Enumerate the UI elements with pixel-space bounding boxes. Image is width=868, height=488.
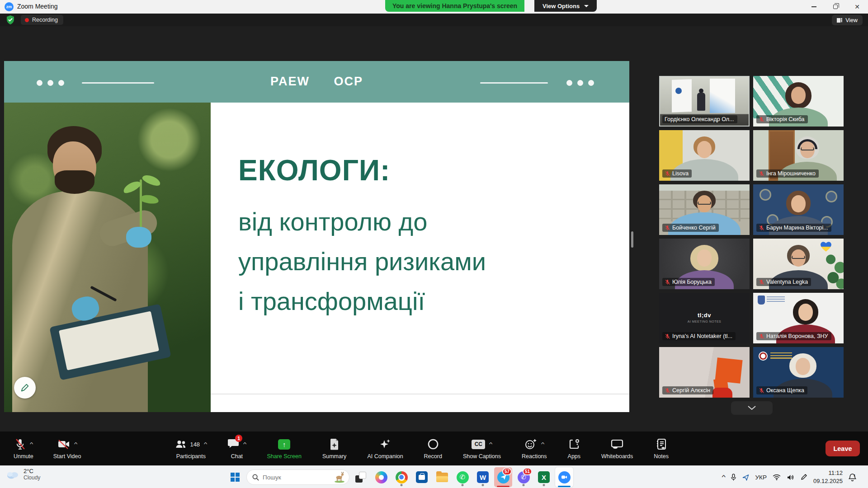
copilot-icon (375, 471, 387, 483)
search-input[interactable] (263, 474, 329, 481)
video-tile[interactable]: Гордієнко Олександр Ол... (659, 76, 750, 127)
chat-button[interactable]: 1 ^ Chat (226, 437, 248, 460)
tray-language[interactable]: УКР (755, 474, 766, 481)
tray-mic-in-use-icon[interactable] (731, 474, 736, 481)
wifi-icon[interactable] (773, 474, 781, 480)
tray-expand-chevron[interactable]: ^ (722, 474, 725, 480)
taskbar-viber[interactable]: ✆ 51 (514, 467, 533, 487)
chat-unread-badge: 1 (235, 435, 242, 442)
notes-label: Notes (654, 453, 669, 460)
slide-subtitle-line: управління ризиками (238, 242, 486, 282)
record-label: Record (424, 453, 442, 460)
scroll-participants-down-button[interactable] (731, 401, 773, 415)
recording-indicator[interactable]: Recording (21, 15, 63, 25)
whiteboards-label: Whiteboards (601, 453, 633, 460)
speaker-icon[interactable] (787, 474, 794, 481)
chat-label: Chat (231, 453, 243, 460)
slide-header-band: PAEW OCP (4, 61, 629, 103)
notification-bell-dnd-icon[interactable]: z (849, 473, 856, 481)
taskbar-telegram[interactable]: 57 (494, 467, 512, 487)
participant-name: Оксана Щепка (766, 387, 804, 394)
video-tile[interactable]: tl;dv AI MEETING NOTES Iryna's AI Noteta… (659, 293, 750, 343)
annotation-pencil-badge[interactable] (14, 377, 36, 399)
participant-name: Інга Мірошниченко (766, 170, 816, 177)
close-button[interactable]: ✕ (846, 0, 868, 14)
share-screen-button[interactable]: ↑ Share Screen (265, 437, 303, 460)
leave-button[interactable]: Leave (826, 441, 860, 456)
restore-icon (833, 5, 838, 9)
participant-name: Valentyna Legka (766, 279, 808, 285)
video-tile[interactable]: Бойченко Сергій (659, 184, 750, 235)
show-captions-button[interactable]: CC ^ Show Captions (461, 437, 503, 460)
taskbar-copilot[interactable] (372, 467, 390, 487)
taskbar-excel[interactable]: X (535, 467, 553, 487)
weather-temp: 2°C (24, 468, 40, 474)
video-tile[interactable]: Lisova (659, 130, 750, 181)
participants-caret[interactable]: ^ (204, 441, 207, 447)
start-video-button[interactable]: ^ Start Video (52, 437, 83, 460)
participant-name-pill: Вікторія Скиба (756, 115, 808, 123)
video-tile[interactable]: Сергій Алєксін (659, 347, 750, 398)
video-tile[interactable]: Наталія Воронова, ЗНУ (753, 293, 844, 343)
reactions-button[interactable]: ^ Reactions (520, 437, 549, 460)
participant-name: Барун Марина Вікторі... (766, 225, 828, 231)
video-tile[interactable]: Оксана Щепка (753, 347, 844, 398)
photo-leaf (139, 194, 159, 205)
unmute-options-caret[interactable]: ^ (30, 441, 33, 447)
video-tile[interactable]: Юлія Боруцька (659, 239, 750, 289)
captions-caret[interactable]: ^ (489, 441, 492, 447)
apps-icon (568, 438, 580, 450)
view-options-label: View Options (542, 3, 580, 9)
panel-resize-handle[interactable] (631, 231, 633, 248)
tray-clock[interactable]: 11:12 09.12.2025 (813, 469, 843, 485)
tray-location-in-use-icon[interactable] (742, 474, 749, 481)
muted-mic-icon (14, 438, 26, 450)
ai-companion-button[interactable]: AI Companion (365, 437, 405, 460)
window-title: Zoom Meeting (17, 3, 57, 10)
start-button[interactable] (226, 467, 244, 487)
notes-button[interactable]: Notes (652, 437, 670, 460)
viber-badge: 51 (523, 468, 532, 475)
gallery-view-button[interactable]: View (832, 15, 863, 25)
photo-leaf (122, 179, 142, 195)
taskbar-zoom[interactable] (555, 467, 573, 487)
slide-title: ЕКОЛОГИ: (238, 154, 390, 187)
share-screen-label: Share Screen (267, 453, 301, 460)
minimize-button[interactable] (803, 0, 825, 14)
meeting-security-shield-icon[interactable] (6, 15, 14, 24)
unmute-button[interactable]: ^ Unmute (12, 437, 35, 460)
record-icon (427, 438, 439, 450)
participant-name-pill: Valentyna Legka (756, 278, 811, 286)
participants-button[interactable]: 148 ^ Participants (173, 437, 208, 460)
participant-name: Сергій Алєксін (672, 387, 710, 394)
slide-subtitle: від контролю до управління ризиками і тр… (238, 202, 486, 321)
taskbar-word[interactable]: W (474, 467, 492, 487)
weather-widget[interactable]: 2°C Cloudy (5, 468, 40, 481)
record-button[interactable]: Record (422, 437, 444, 460)
muted-mic-icon (665, 225, 670, 231)
video-tile[interactable]: Вікторія Скиба (753, 76, 844, 127)
taskbar-chrome[interactable] (392, 467, 410, 487)
muted-mic-icon (759, 388, 764, 394)
task-view-button[interactable] (352, 467, 370, 487)
minimize-icon (811, 6, 816, 7)
chat-caret[interactable]: ^ (243, 441, 246, 447)
taskbar-microsoft-store[interactable] (413, 467, 431, 487)
view-options-button[interactable]: View Options (534, 0, 597, 12)
video-options-caret[interactable]: ^ (74, 441, 77, 447)
apps-button[interactable]: Apps (566, 437, 583, 460)
taskbar-search[interactable] (246, 469, 349, 485)
video-tile[interactable]: Інга Мірошниченко (753, 130, 844, 181)
video-tile[interactable]: Барун Марина Вікторі... (753, 184, 844, 235)
video-tile[interactable]: Valentyna Legka (753, 239, 844, 289)
whiteboards-button[interactable]: Whiteboards (599, 437, 635, 460)
pen-icon[interactable] (800, 474, 807, 481)
reactions-caret[interactable]: ^ (541, 441, 544, 447)
chrome-icon (396, 471, 408, 483)
maximize-button[interactable] (825, 0, 846, 14)
cloud-icon (5, 469, 20, 480)
summary-button[interactable]: Summary (321, 437, 348, 460)
taskbar-file-explorer[interactable] (433, 467, 451, 487)
taskbar-whatsapp[interactable]: ✆ (453, 467, 472, 487)
participants-icon (175, 439, 187, 450)
